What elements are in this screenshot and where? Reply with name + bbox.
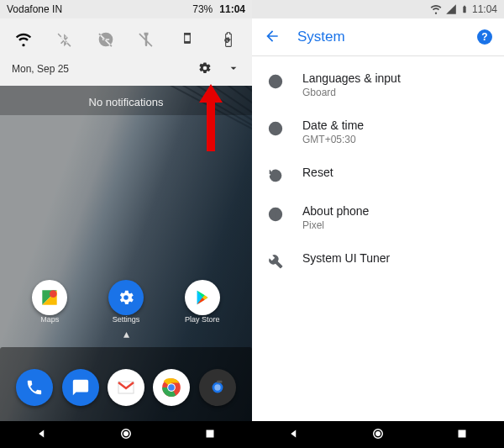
phone-left: Vodafone IN 73% 11:04 Mon, Sep 25	[0, 0, 252, 448]
quick-settings-panel: Mon, Sep 25	[0, 18, 252, 86]
svg-rect-1	[185, 34, 191, 35]
nav-bar	[252, 421, 504, 448]
setting-date-time[interactable]: Date & time GMT+05:30	[252, 108, 504, 155]
expand-icon[interactable]	[227, 61, 240, 77]
rotation-toggle[interactable]	[172, 24, 202, 55]
app-drawer-handle[interactable]: ▴	[0, 327, 252, 340]
annotation-arrow	[202, 84, 220, 151]
setting-ui-tuner[interactable]: System UI Tuner	[252, 241, 504, 280]
app-phone[interactable]	[12, 369, 57, 406]
svg-rect-29	[459, 430, 466, 437]
app-camera[interactable]	[195, 369, 240, 406]
wifi-toggle[interactable]	[8, 24, 39, 55]
svg-point-15	[214, 384, 220, 390]
qs-date[interactable]: Mon, Sep 25	[12, 63, 69, 75]
setting-subtitle: Pixel	[302, 219, 369, 231]
clock: 11:04	[219, 3, 245, 15]
battery-pct: 73%	[192, 3, 213, 15]
reset-icon	[267, 167, 284, 184]
setting-title: About phone	[302, 204, 369, 218]
status-bar: 11:04	[252, 0, 504, 18]
svg-point-28	[375, 431, 381, 436]
quick-settings-footer: Mon, Sep 25	[3, 55, 249, 82]
nav-recents[interactable]	[202, 426, 218, 444]
setting-title: Languages & input	[302, 71, 401, 85]
app-maps[interactable]: Maps	[20, 280, 79, 324]
setting-title: Reset	[302, 166, 333, 179]
setting-subtitle: GMT+05:30	[302, 134, 364, 145]
back-button[interactable]	[264, 28, 281, 47]
svg-point-13	[169, 384, 176, 391]
status-right: 73% 11:04	[192, 3, 245, 15]
nav-home[interactable]	[118, 426, 134, 444]
app-play-store[interactable]: Play Store	[173, 280, 232, 324]
nav-home[interactable]	[370, 426, 386, 444]
setting-about-phone[interactable]: About phone Pixel	[252, 194, 504, 241]
nav-back[interactable]	[34, 426, 50, 444]
bluetooth-toggle[interactable]	[50, 24, 80, 55]
setting-title: System UI Tuner	[302, 251, 390, 265]
svg-rect-19	[207, 430, 214, 437]
dnd-toggle[interactable]	[91, 24, 121, 55]
svg-rect-2	[185, 42, 191, 44]
setting-title: Date & time	[302, 119, 364, 132]
battery-icon	[460, 3, 469, 15]
battery-saver-toggle[interactable]	[213, 24, 244, 55]
carrier-label: Vodafone IN	[7, 3, 62, 15]
signal-icon	[445, 3, 457, 15]
app-chrome[interactable]	[149, 369, 194, 406]
nav-recents[interactable]	[454, 426, 470, 444]
page-title: System	[297, 29, 345, 45]
app-gmail[interactable]	[103, 369, 149, 406]
nav-back[interactable]	[286, 426, 302, 444]
app-label: Maps	[40, 315, 59, 324]
info-icon	[267, 206, 284, 223]
status-bar: Vodafone IN 73% 11:04	[0, 0, 252, 18]
phone-right: 11:04 System ? Languages & input Gboard …	[252, 0, 504, 448]
setting-subtitle: Gboard	[302, 87, 401, 98]
globe-icon	[267, 73, 284, 90]
setting-languages[interactable]: Languages & input Gboard	[252, 61, 504, 108]
nav-bar	[0, 421, 252, 448]
settings-list: Languages & input Gboard Date & time GMT…	[252, 56, 504, 280]
clock-icon	[267, 120, 284, 137]
app-label: Play Store	[185, 315, 220, 324]
app-settings[interactable]: Settings	[97, 280, 155, 324]
svg-point-18	[123, 431, 129, 436]
wrench-icon	[267, 253, 284, 270]
clock: 11:04	[472, 3, 497, 15]
app-label: Settings	[113, 315, 140, 324]
flashlight-toggle[interactable]	[131, 24, 161, 55]
svg-point-5	[50, 290, 57, 298]
setting-reset[interactable]: Reset	[252, 155, 504, 194]
app-messages[interactable]	[57, 369, 102, 406]
quick-settings-row	[3, 24, 249, 55]
svg-point-26	[275, 211, 276, 212]
home-screen-dock: Maps Settings Play Store ▴	[0, 278, 252, 421]
wifi-icon	[430, 3, 442, 15]
svg-rect-16	[217, 381, 222, 383]
settings-header: System ?	[252, 18, 504, 56]
help-button[interactable]: ?	[477, 29, 492, 45]
settings-gear-icon[interactable]	[198, 61, 212, 77]
